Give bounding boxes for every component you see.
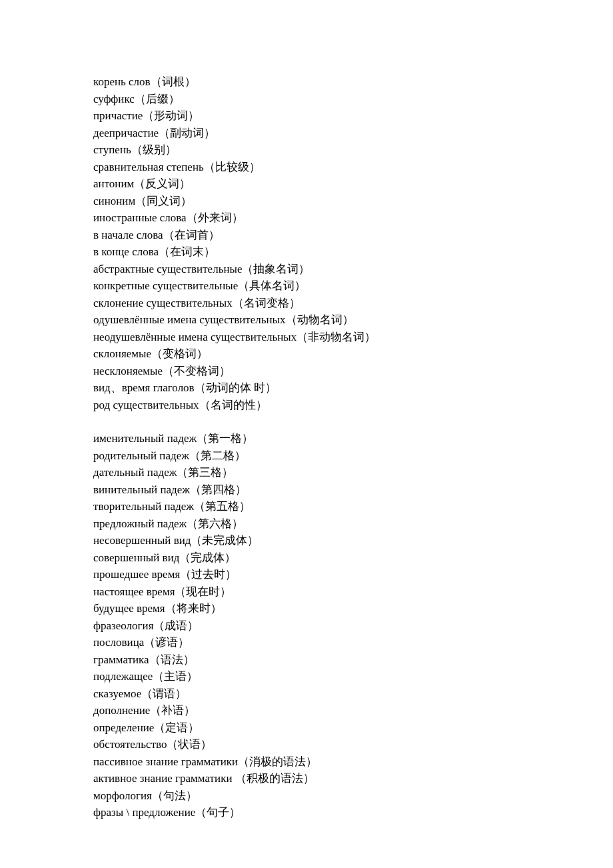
glossary-block-2: именительный падеж（第一格） родительный паде… xyxy=(93,430,520,821)
term-item: несовершенный вид（未完成体） xyxy=(93,532,520,549)
term-item: пассивное знание грамматики（消极的语法） xyxy=(93,753,520,771)
term-item: деепричастие（副动词） xyxy=(93,125,520,142)
term-item: вид、время глаголов（动词的体 时） xyxy=(93,379,520,397)
term-item: именительный падеж（第一格） xyxy=(93,430,520,447)
term-item: корень слов（词根） xyxy=(93,73,520,91)
term-item: род существительных（名词的性） xyxy=(93,397,520,414)
term-item: фразеология（成语） xyxy=(93,617,520,635)
term-item: прошедшее время（过去时） xyxy=(93,566,520,583)
term-item: в начале слова（在词首） xyxy=(93,227,520,244)
term-item: конкретные существительные（具体名词） xyxy=(93,277,520,295)
term-item: склонение существительных（名词变格） xyxy=(93,295,520,312)
term-item: сравнительная степень（比较级） xyxy=(93,159,520,176)
term-item: несклоняемые（不变格词） xyxy=(93,363,520,380)
term-item: суффикс（后缀） xyxy=(93,91,520,108)
term-item: будущее время（将来时） xyxy=(93,600,520,617)
term-item: пословица（谚语） xyxy=(93,634,520,651)
term-item: подлежащее（主语） xyxy=(93,668,520,685)
term-item: грамматика（语法） xyxy=(93,651,520,669)
term-item: родительный падеж（第二格） xyxy=(93,447,520,465)
term-item: винительный падеж（第四格） xyxy=(93,481,520,499)
term-item: антоним（反义词） xyxy=(93,175,520,193)
term-item: фразы \ предложение（句子） xyxy=(93,804,520,821)
block-spacer xyxy=(93,413,520,430)
term-item: морфология（句法） xyxy=(93,787,520,805)
term-item: настоящее время（现在时） xyxy=(93,583,520,601)
term-item: неодушевлённые имена существительных（非动物… xyxy=(93,329,520,346)
term-item: одушевлённые имена существительных（动物名词） xyxy=(93,311,520,329)
term-item: активное знание грамматики （积极的语法） xyxy=(93,770,520,787)
glossary-block-1: корень слов（词根） суффикс（后缀） причастие（形动… xyxy=(93,73,520,413)
term-item: ступень（级别） xyxy=(93,141,520,159)
term-item: синоним（同义词） xyxy=(93,193,520,210)
term-item: склоняемые（变格词） xyxy=(93,345,520,363)
term-item: определение（定语） xyxy=(93,719,520,737)
term-item: иностранные слова（外来词） xyxy=(93,209,520,227)
term-item: дополнение（补语） xyxy=(93,702,520,719)
term-item: совершенный вид（完成体） xyxy=(93,549,520,567)
term-item: предложный падеж（第六格） xyxy=(93,515,520,533)
term-item: обстоятельство（状语） xyxy=(93,736,520,753)
term-item: творительный падеж（第五格） xyxy=(93,498,520,515)
term-item: дательный падеж（第三格） xyxy=(93,464,520,481)
term-item: в конце слова（在词末） xyxy=(93,243,520,261)
term-item: сказуемое（谓语） xyxy=(93,685,520,703)
term-item: абстрактные существительные（抽象名词） xyxy=(93,261,520,278)
term-item: причастие（形动词） xyxy=(93,107,520,125)
